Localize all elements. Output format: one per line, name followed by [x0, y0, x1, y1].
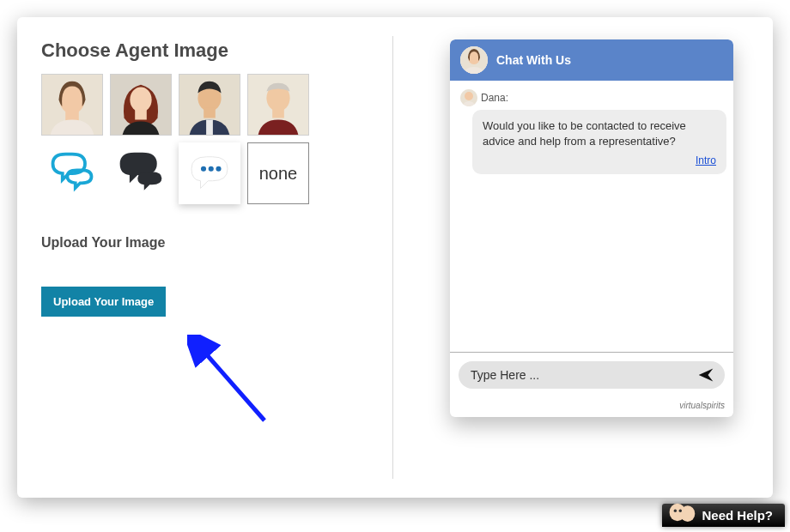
chat-bubbles-outline-icon: [46, 148, 98, 199]
svg-point-19: [465, 92, 473, 100]
male-avatar-1-icon: [179, 74, 240, 136]
agent-image-grid: none: [41, 74, 368, 204]
svg-point-4: [130, 88, 151, 112]
chat-header: Chat With Us: [450, 39, 733, 81]
upload-your-image-heading: Upload Your Image: [41, 235, 368, 251]
chat-header-avatar: [460, 46, 488, 74]
svg-point-14: [209, 166, 214, 172]
female-avatar-2-icon: [111, 74, 171, 136]
assistant-avatar-icon: [667, 500, 696, 524]
svg-point-23: [674, 510, 677, 512]
chat-sender-name: Dana:: [481, 92, 508, 104]
send-icon[interactable]: [697, 366, 714, 384]
chat-message-bubble: Would you like to be contacted to receiv…: [472, 110, 726, 174]
agent-icon-option-dark-solid[interactable]: [110, 142, 172, 204]
agent-icon-option-blue-outline[interactable]: [41, 142, 103, 204]
chat-body: Dana: Would you like to be contacted to …: [450, 81, 733, 353]
female-avatar-1-icon: [460, 89, 477, 106]
chat-header-title: Chat With Us: [496, 53, 571, 67]
chat-brand-label: virtualspirits: [450, 397, 733, 417]
male-avatar-2-icon: [248, 74, 308, 136]
choose-agent-heading: Choose Agent Image: [41, 39, 368, 62]
chat-input-wrapper[interactable]: [459, 361, 725, 389]
need-help-tab[interactable]: Need Help?: [662, 504, 785, 527]
agent-avatar-option-1[interactable]: [41, 74, 103, 136]
chat-widget-preview: Chat With Us Dana: Would you like to be …: [450, 39, 733, 417]
none-label: none: [259, 164, 298, 184]
chat-sender-row: Dana:: [460, 89, 726, 106]
chat-bubbles-solid-icon: [115, 148, 167, 199]
chat-text-input[interactable]: [469, 367, 697, 383]
chat-message-text: Would you like to be contacted to receiv…: [483, 119, 686, 148]
svg-rect-9: [206, 120, 213, 136]
svg-point-13: [201, 166, 206, 172]
need-help-label: Need Help?: [702, 508, 773, 523]
chat-footer: [450, 353, 733, 397]
agent-icon-option-none[interactable]: none: [247, 142, 309, 204]
agent-icon-option-white-dots[interactable]: [179, 142, 240, 204]
svg-rect-8: [204, 108, 216, 118]
svg-rect-5: [135, 110, 147, 120]
agent-avatar-option-4[interactable]: [247, 74, 309, 136]
svg-point-15: [216, 166, 221, 172]
chat-sender-avatar: [460, 89, 477, 106]
upload-your-image-button[interactable]: Upload Your Image: [41, 287, 166, 317]
chat-intro-link[interactable]: Intro: [483, 154, 716, 167]
agent-avatar-option-3[interactable]: [179, 74, 240, 136]
female-avatar-1-icon: [460, 46, 488, 74]
chat-bubble-dots-icon: [185, 149, 234, 197]
svg-rect-12: [272, 108, 284, 118]
female-avatar-1-icon: [42, 74, 102, 136]
svg-point-24: [679, 510, 682, 512]
agent-avatar-option-2[interactable]: [110, 74, 172, 136]
svg-point-22: [681, 505, 696, 522]
